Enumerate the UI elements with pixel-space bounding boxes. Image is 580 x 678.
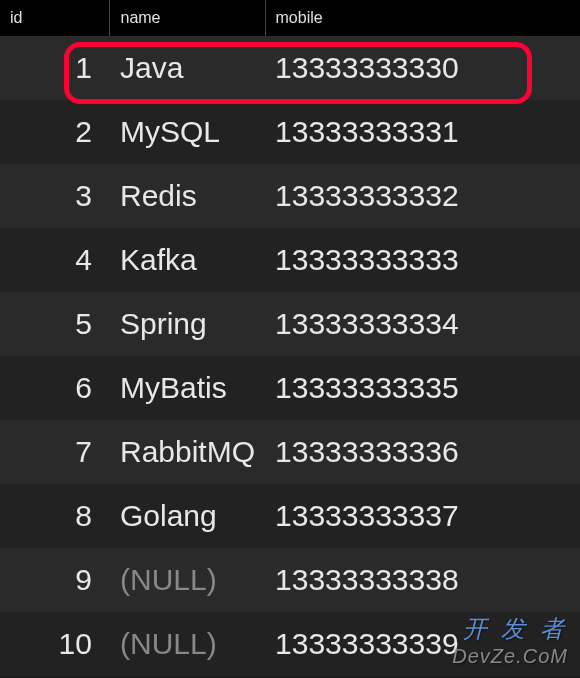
cell-id[interactable]: 10	[0, 612, 110, 676]
table-row[interactable]: 8Golang13333333337	[0, 484, 580, 548]
cell-id[interactable]: 2	[0, 100, 110, 164]
cell-name[interactable]: Golang	[110, 484, 265, 548]
cell-name[interactable]: Kafka	[110, 228, 265, 292]
cell-name[interactable]: MySQL	[110, 100, 265, 164]
cell-id[interactable]: 3	[0, 164, 110, 228]
cell-mobile[interactable]: 13333333334	[265, 292, 580, 356]
cell-name[interactable]: (NULL)	[110, 612, 265, 676]
cell-name[interactable]: Redis	[110, 164, 265, 228]
cell-mobile[interactable]: 13333333337	[265, 484, 580, 548]
table-row[interactable]: 7RabbitMQ13333333336	[0, 420, 580, 484]
cell-id[interactable]: 5	[0, 292, 110, 356]
cell-id[interactable]: 9	[0, 548, 110, 612]
data-table: id name mobile 1Java133333333302MySQL133…	[0, 0, 580, 676]
cell-mobile[interactable]: 13333333336	[265, 420, 580, 484]
column-header-id[interactable]: id	[0, 0, 110, 36]
table-header-row: id name mobile	[0, 0, 580, 36]
table-row[interactable]: 6MyBatis13333333335	[0, 356, 580, 420]
table-row[interactable]: 3Redis13333333332	[0, 164, 580, 228]
cell-mobile[interactable]: 13333333338	[265, 548, 580, 612]
table-row[interactable]: 4Kafka13333333333	[0, 228, 580, 292]
table-row[interactable]: 1Java13333333330	[0, 36, 580, 100]
cell-mobile[interactable]: 13333333330	[265, 36, 580, 100]
cell-mobile[interactable]: 13333333331	[265, 100, 580, 164]
cell-mobile[interactable]: 13333333332	[265, 164, 580, 228]
cell-name[interactable]: (NULL)	[110, 548, 265, 612]
cell-id[interactable]: 6	[0, 356, 110, 420]
cell-name[interactable]: RabbitMQ	[110, 420, 265, 484]
table-row[interactable]: 2MySQL13333333331	[0, 100, 580, 164]
column-header-name[interactable]: name	[110, 0, 265, 36]
cell-mobile[interactable]: 13333333339	[265, 612, 580, 676]
table-row[interactable]: 5Spring13333333334	[0, 292, 580, 356]
cell-name[interactable]: MyBatis	[110, 356, 265, 420]
column-header-mobile[interactable]: mobile	[265, 0, 580, 36]
table-row[interactable]: 9(NULL)13333333338	[0, 548, 580, 612]
table-row[interactable]: 10(NULL)13333333339	[0, 612, 580, 676]
cell-mobile[interactable]: 13333333333	[265, 228, 580, 292]
cell-mobile[interactable]: 13333333335	[265, 356, 580, 420]
cell-id[interactable]: 8	[0, 484, 110, 548]
cell-name[interactable]: Java	[110, 36, 265, 100]
cell-id[interactable]: 1	[0, 36, 110, 100]
cell-id[interactable]: 4	[0, 228, 110, 292]
cell-name[interactable]: Spring	[110, 292, 265, 356]
cell-id[interactable]: 7	[0, 420, 110, 484]
